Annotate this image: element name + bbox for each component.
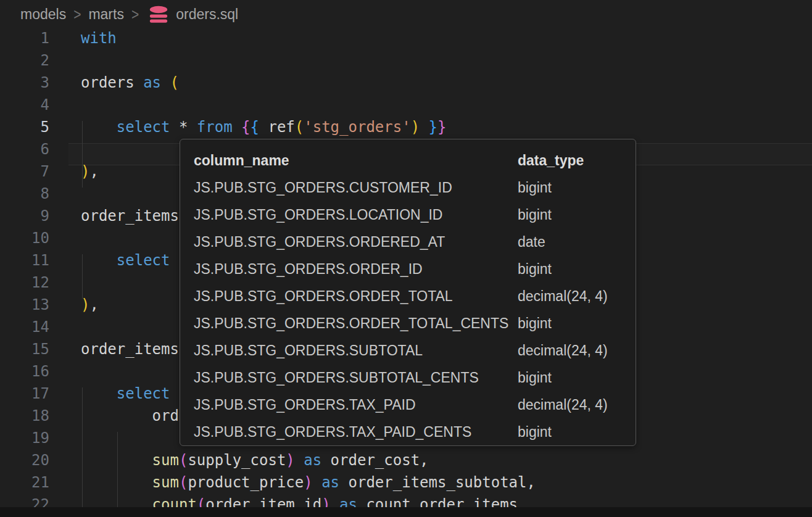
line-number[interactable]: 13 bbox=[0, 294, 49, 316]
column-name-cell: JS.PUB.STG_ORDERS.SUBTOTAL bbox=[194, 337, 423, 364]
line-number[interactable]: 21 bbox=[0, 471, 49, 494]
code-token: * bbox=[170, 118, 197, 136]
column-row: JS.PUB.STG_ORDERS.CUSTOMER_IDbigint bbox=[180, 174, 636, 201]
line-number[interactable]: 10 bbox=[0, 227, 49, 249]
code-line[interactable]: select bbox=[81, 383, 170, 405]
column-name-cell: JS.PUB.STG_ORDERS.SUBTOTAL_CENTS bbox=[194, 364, 479, 391]
code-token: ) bbox=[304, 474, 312, 491]
code-token: , bbox=[89, 163, 98, 180]
column-row: JS.PUB.STG_ORDERS.SUBTOTAL_CENTSbigint bbox=[180, 364, 636, 391]
line-number[interactable]: 7 bbox=[0, 160, 49, 183]
code-token bbox=[295, 452, 304, 469]
data-type-cell: bigint bbox=[518, 364, 552, 391]
code-token: orders bbox=[81, 74, 143, 91]
popup-header-row: column_name data_type bbox=[180, 147, 636, 174]
column-name-cell: JS.PUB.STG_ORDERS.ORDER_TOTAL bbox=[194, 283, 453, 310]
column-info-popup: column_name data_type JS.PUB.STG_ORDERS.… bbox=[180, 139, 636, 446]
code-token: 'stg_orders' bbox=[304, 118, 410, 136]
breadcrumb-item-marts[interactable]: marts bbox=[88, 6, 124, 23]
code-line[interactable]: ), bbox=[81, 160, 99, 183]
code-token bbox=[81, 118, 117, 136]
column-name-cell: JS.PUB.STG_ORDERS.LOCATION_ID bbox=[194, 201, 442, 228]
line-number[interactable]: 8 bbox=[0, 183, 49, 205]
code-line[interactable]: order_items bbox=[81, 338, 179, 360]
code-token: ( bbox=[179, 474, 188, 491]
data-type-cell: bigint bbox=[518, 418, 552, 445]
code-token: as bbox=[304, 452, 321, 469]
code-line[interactable]: with bbox=[81, 27, 117, 49]
breadcrumb: models > marts > orders.sql bbox=[20, 4, 238, 24]
column-name-cell: JS.PUB.STG_ORDERS.TAX_PAID bbox=[194, 391, 416, 418]
code-token: product_price bbox=[188, 474, 304, 491]
data-type-cell: decimal(24, 4) bbox=[518, 337, 608, 364]
line-number[interactable]: 15 bbox=[0, 338, 49, 360]
popup-header-column-name: column_name bbox=[194, 147, 289, 174]
code-token: order_items bbox=[81, 207, 179, 225]
column-name-cell: JS.PUB.STG_ORDERS.CUSTOMER_ID bbox=[194, 174, 452, 201]
line-number[interactable]: 19 bbox=[0, 427, 49, 449]
code-line[interactable]: sum(supply_cost) as order_cost, bbox=[81, 449, 429, 471]
line-number[interactable]: 16 bbox=[0, 360, 49, 383]
code-line[interactable]: orders as ( bbox=[81, 72, 179, 94]
code-token: ord bbox=[81, 407, 179, 424]
data-type-cell: bigint bbox=[518, 310, 552, 337]
breadcrumb-item-file[interactable]: orders.sql bbox=[176, 6, 238, 23]
column-row: JS.PUB.STG_ORDERS.TAX_PAIDdecimal(24, 4) bbox=[180, 391, 636, 418]
code-token: as bbox=[143, 74, 161, 91]
code-token: order_items bbox=[81, 341, 179, 358]
line-number[interactable]: 9 bbox=[0, 205, 49, 227]
column-row: JS.PUB.STG_ORDERS.ORDER_IDbigint bbox=[180, 255, 636, 283]
line-number[interactable]: 14 bbox=[0, 316, 49, 338]
line-number[interactable]: 5 bbox=[0, 116, 49, 138]
line-number[interactable]: 4 bbox=[0, 94, 49, 116]
code-token: } bbox=[429, 118, 437, 136]
editor-bottom-edge bbox=[0, 507, 812, 517]
column-row: JS.PUB.STG_ORDERS.ORDER_TOTAL_CENTSbigin… bbox=[180, 310, 636, 337]
code-token: select bbox=[117, 385, 170, 402]
chevron-right-icon: > bbox=[72, 5, 82, 23]
code-token: sum bbox=[152, 452, 179, 469]
code-token: from bbox=[197, 118, 233, 136]
line-number[interactable]: 3 bbox=[0, 72, 49, 94]
line-number[interactable]: 2 bbox=[0, 49, 49, 72]
code-token: sum bbox=[152, 474, 179, 491]
code-line[interactable]: sum(product_price) as order_items_subtot… bbox=[81, 471, 536, 494]
code-token bbox=[81, 385, 117, 402]
line-number[interactable]: 18 bbox=[0, 405, 49, 427]
line-number[interactable]: 12 bbox=[0, 271, 49, 294]
line-number[interactable]: 20 bbox=[0, 449, 49, 471]
line-number[interactable]: 6 bbox=[0, 138, 49, 160]
code-token: , bbox=[89, 296, 98, 313]
code-line[interactable]: ), bbox=[81, 294, 99, 316]
code-token bbox=[81, 474, 152, 491]
code-token: order_items_subtotal, bbox=[339, 474, 536, 491]
column-row: JS.PUB.STG_ORDERS.SUBTOTALdecimal(24, 4) bbox=[180, 337, 636, 364]
code-token: select bbox=[117, 252, 170, 269]
code-token: ( bbox=[170, 74, 179, 91]
column-row: JS.PUB.STG_ORDERS.ORDERED_ATdate bbox=[180, 228, 636, 255]
code-token: as bbox=[321, 474, 339, 491]
chevron-right-icon: > bbox=[130, 5, 140, 23]
data-type-cell: bigint bbox=[518, 255, 552, 283]
column-row: JS.PUB.STG_ORDERS.TAX_PAID_CENTSbigint bbox=[180, 418, 636, 445]
line-number[interactable]: 17 bbox=[0, 383, 49, 405]
code-token bbox=[81, 252, 117, 269]
code-token: select bbox=[117, 118, 170, 136]
code-line[interactable]: select bbox=[81, 249, 170, 271]
code-line[interactable]: order_items bbox=[81, 205, 179, 227]
column-name-cell: JS.PUB.STG_ORDERS.ORDERED_AT bbox=[194, 228, 445, 255]
line-number[interactable]: 1 bbox=[0, 27, 49, 49]
code-line[interactable]: ord bbox=[81, 405, 179, 427]
code-line[interactable]: select * from {{ ref('stg_orders') }} bbox=[81, 116, 446, 138]
line-number[interactable]: 11 bbox=[0, 249, 49, 271]
code-token: ) bbox=[411, 118, 420, 136]
code-token: order_cost, bbox=[321, 452, 428, 469]
editor-screen: models > marts > orders.sql 123456789101… bbox=[0, 0, 812, 517]
code-token: ( bbox=[295, 118, 304, 136]
breadcrumb-item-models[interactable]: models bbox=[20, 6, 66, 23]
column-row: JS.PUB.STG_ORDERS.ORDER_TOTALdecimal(24,… bbox=[180, 283, 636, 310]
database-icon bbox=[149, 6, 168, 23]
data-type-cell: bigint bbox=[518, 174, 552, 201]
data-type-cell: date bbox=[518, 228, 545, 255]
code-token bbox=[233, 118, 241, 136]
